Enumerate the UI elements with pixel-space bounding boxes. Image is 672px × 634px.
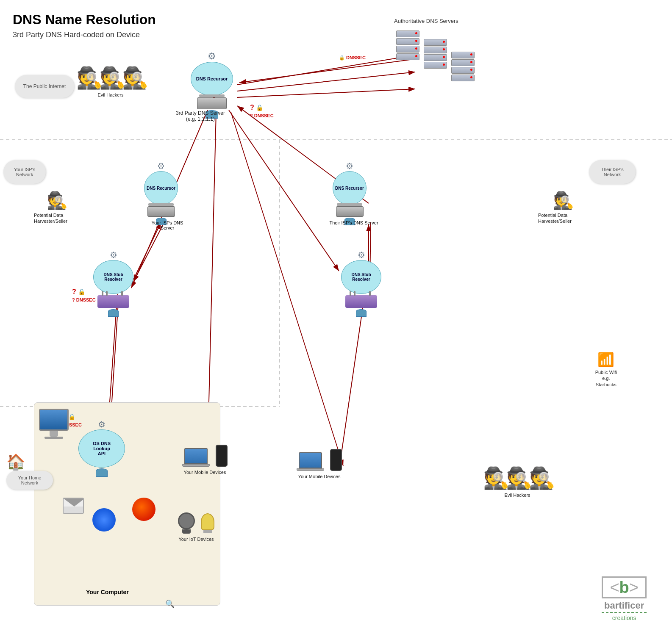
- harvester-right: 🕵 Potential DataHarvester/Seller: [538, 191, 589, 224]
- computer-monitor: [39, 409, 69, 439]
- evil-hackers-top: 🕵🕵🕵 Evil Hackers: [76, 66, 145, 98]
- svg-line-7: [237, 89, 415, 97]
- svg-line-13: [133, 224, 163, 282]
- page-title: DNS Name Resolution: [13, 12, 156, 28]
- third-party-label: 3rd Party DNS Server(e.g. 1.1.1.1): [176, 110, 225, 122]
- harvester-left: 🕵 Potential DataHarvester/Seller: [34, 191, 81, 224]
- home-network-label: 🏠 Your Home Network: [6, 453, 53, 490]
- bartificer-logo: <b> bartificer creations: [602, 576, 647, 621]
- dns-stub-right: ⚙ DNS StubResolver: [341, 250, 381, 318]
- dnssec-question-left: ? 🔒 ? DNSSEC: [72, 288, 96, 303]
- dnssec-question-3rdparty: ? 🔒 ? DNSSEC: [250, 104, 274, 119]
- os-dns-node: ⚙ OS DNSLookupAPI: [78, 419, 125, 478]
- isp-dns-left-label: Your ISPs DNS Server: [144, 220, 191, 230]
- auth-dns-server-1: [396, 30, 419, 61]
- isp-dns-recursor-left: ⚙ DNS Recursor: [144, 161, 178, 226]
- iot-devices: Your IoT Devices: [178, 512, 214, 542]
- safari-icon: [92, 508, 116, 533]
- svg-line-11: [229, 110, 339, 271]
- public-wifi: 📶 Public Wifie.g.Starbucks: [595, 352, 617, 388]
- public-internet-cloud: The Public Internet: [15, 75, 74, 98]
- third-party-dns-node: ⚙ DNS Recursor: [191, 51, 233, 119]
- mobile-devices-right: Your Mobile Devices: [297, 449, 342, 479]
- magnifier-icon: 🔍: [165, 599, 175, 609]
- auth-dns-server-2: [424, 38, 447, 69]
- svg-line-5: [237, 55, 415, 85]
- mail-app-icon: [63, 498, 84, 514]
- their-isp-dns-label: Their ISP's DNS Server: [326, 220, 381, 225]
- their-isp-cloud: Their ISP's Network: [589, 160, 636, 184]
- dnssec-label-top: 🔒 DNSSEC: [339, 55, 366, 61]
- isp-network-cloud: Your ISP's Network: [3, 160, 46, 184]
- mobile-devices-left: Your Mobile Devices: [182, 445, 228, 475]
- svg-line-14: [133, 222, 161, 280]
- svg-line-6: [237, 72, 415, 91]
- svg-line-23: [339, 296, 364, 470]
- your-computer-label: Your Computer: [86, 589, 129, 595]
- their-isp-dns-recursor: ⚙ DNS Recursor: [333, 161, 367, 226]
- evil-hackers-bottom: 🕵🕵🕵 Evil Hackers: [483, 466, 552, 498]
- dns-stub-left: ⚙ DNS StubResolver: [93, 250, 133, 318]
- auth-dns-server-3: [451, 51, 475, 82]
- firefox-icon: [132, 498, 156, 523]
- authoritative-label: Authoritative DNS Servers: [394, 18, 458, 24]
- svg-line-25: [231, 112, 343, 466]
- svg-line-8: [239, 59, 413, 83]
- page-subtitle: 3rd Party DNS Hard-coded on Device: [13, 30, 140, 39]
